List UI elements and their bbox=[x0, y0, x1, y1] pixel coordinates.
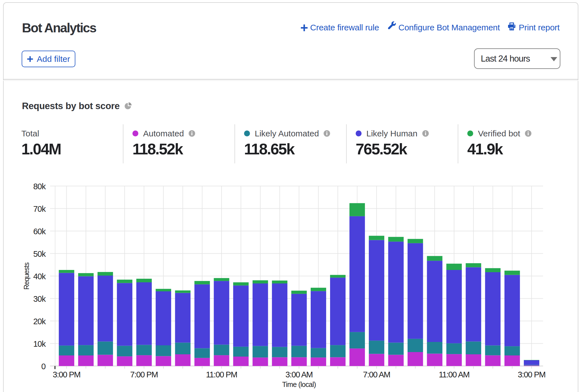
svg-text:30k: 30k bbox=[33, 294, 46, 303]
svg-text:3:00 AM: 3:00 AM bbox=[285, 370, 313, 379]
svg-text:7:00 PM: 7:00 PM bbox=[130, 370, 158, 379]
svg-text:11:00 AM: 11:00 AM bbox=[439, 370, 469, 379]
svg-text:3:00 PM: 3:00 PM bbox=[518, 370, 545, 379]
svg-text:0: 0 bbox=[41, 362, 46, 371]
svg-text:7:00 AM: 7:00 AM bbox=[363, 370, 390, 379]
svg-text:Requests: Requests bbox=[22, 262, 30, 290]
svg-text:3:00 PM: 3:00 PM bbox=[53, 370, 80, 379]
svg-text:10k: 10k bbox=[33, 339, 46, 348]
svg-text:Time (local): Time (local) bbox=[282, 380, 316, 388]
svg-text:11:00 PM: 11:00 PM bbox=[206, 370, 237, 379]
svg-text:80k: 80k bbox=[33, 182, 46, 191]
svg-text:60k: 60k bbox=[33, 227, 46, 236]
svg-text:70k: 70k bbox=[33, 204, 46, 213]
svg-text:20k: 20k bbox=[33, 317, 46, 326]
svg-text:40k: 40k bbox=[33, 272, 46, 281]
svg-text:50k: 50k bbox=[33, 249, 46, 258]
